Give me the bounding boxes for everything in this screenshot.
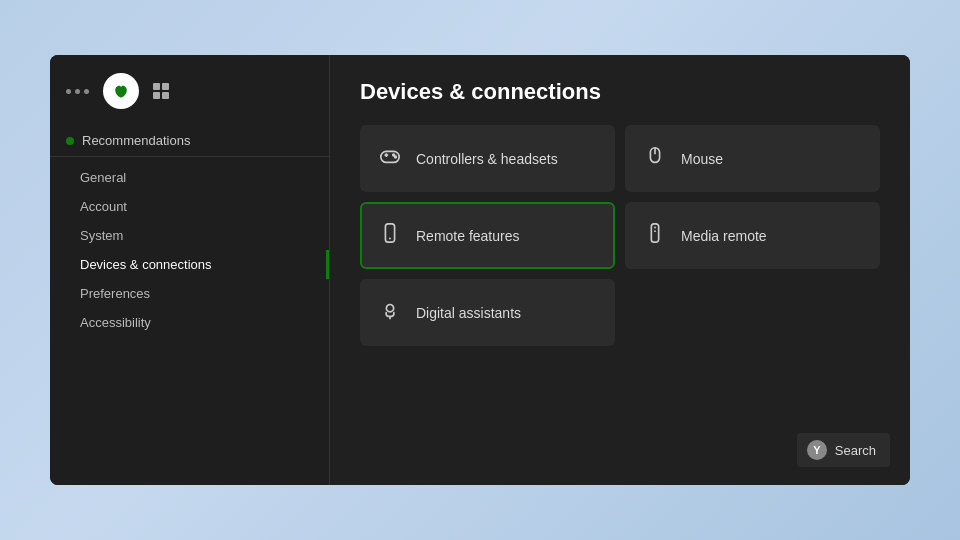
sidebar-nav: Recommendations General Account System D… [50, 123, 329, 485]
y-button-icon: Y [807, 440, 827, 460]
sidebar-item-system[interactable]: System [50, 221, 329, 250]
remote-label: Remote features [416, 228, 520, 244]
svg-point-6 [395, 156, 397, 158]
app-window: Recommendations General Account System D… [50, 55, 910, 485]
recommendations-label: Recommendations [82, 133, 190, 148]
search-label: Search [835, 443, 876, 458]
sidebar-item-recommendations[interactable]: Recommendations [50, 127, 329, 157]
media-remote-icon [643, 222, 667, 249]
media-remote-label: Media remote [681, 228, 767, 244]
phone-icon [378, 222, 402, 249]
sidebar: Recommendations General Account System D… [50, 55, 330, 485]
mouse-icon [643, 145, 667, 172]
card-mouse[interactable]: Mouse [625, 125, 880, 192]
page-title: Devices & connections [360, 79, 880, 105]
svg-rect-9 [385, 224, 394, 242]
sidebar-item-preferences[interactable]: Preferences [50, 279, 329, 308]
mouse-label: Mouse [681, 151, 723, 167]
card-digital-assistants[interactable]: Digital assistants [360, 279, 615, 346]
sidebar-item-accessibility[interactable]: Accessibility [50, 308, 329, 337]
gamepad-icon [378, 145, 402, 172]
grid-icon[interactable] [153, 83, 169, 99]
svg-rect-11 [651, 224, 658, 242]
sidebar-item-general[interactable]: General [50, 163, 329, 192]
online-indicator [66, 137, 74, 145]
digital-assistants-label: Digital assistants [416, 305, 521, 321]
svg-point-14 [386, 305, 393, 312]
card-media-remote[interactable]: Media remote [625, 202, 880, 269]
sidebar-item-devices[interactable]: Devices & connections [50, 250, 329, 279]
sidebar-item-account[interactable]: Account [50, 192, 329, 221]
dots-icon [66, 89, 89, 94]
card-controllers[interactable]: Controllers & headsets [360, 125, 615, 192]
search-button[interactable]: Y Search [797, 433, 890, 467]
device-grid: Controllers & headsets Mouse [360, 125, 880, 346]
sidebar-header [50, 55, 329, 123]
assistant-icon [378, 299, 402, 326]
main-content: Devices & connections Controllers & head… [330, 55, 910, 485]
card-remote[interactable]: Remote features [360, 202, 615, 269]
controllers-label: Controllers & headsets [416, 151, 558, 167]
xbox-logo [103, 73, 139, 109]
